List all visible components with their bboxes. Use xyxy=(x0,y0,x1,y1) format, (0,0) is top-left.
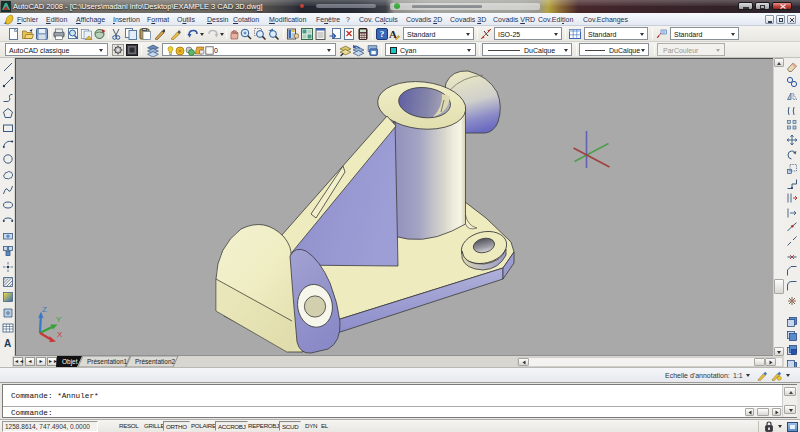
svg-text:Présentation2: Présentation2 xyxy=(135,358,175,365)
svg-text:?: ? xyxy=(380,29,385,39)
svg-text:Z: Z xyxy=(42,305,47,314)
svg-text:X: X xyxy=(57,330,63,339)
svg-text:Objet: Objet xyxy=(62,358,78,366)
svg-text:Présentation1: Présentation1 xyxy=(87,358,127,365)
svg-text:Y: Y xyxy=(56,315,62,324)
svg-text:A: A xyxy=(4,338,11,349)
